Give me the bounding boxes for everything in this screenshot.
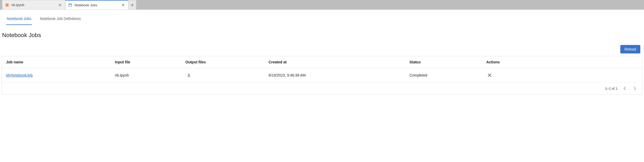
reload-button[interactable]: Reload [620,45,640,53]
cell-created-at: 6/19/2023, 9:46:38 AM [264,68,405,83]
cell-status: Completed [405,68,482,83]
table-row: MyNotebookJob nb.ipynb 6/19/2023, 9:46:3… [2,68,642,83]
app-tab-nb-ipynb[interactable]: nb.ipynb [2,0,65,9]
prev-page-button[interactable] [622,86,627,91]
tab-notebook-jobs[interactable]: Notebook Jobs [6,15,32,25]
close-icon[interactable] [58,3,62,7]
jobs-table: Job name Input file Output files Created… [2,56,642,83]
delete-icon[interactable] [486,72,493,79]
col-header-status: Status [405,56,482,68]
inner-tab-bar: Notebook Jobs Notebook Job Definitions [2,10,642,25]
svg-rect-2 [69,4,72,7]
notebook-file-icon [5,3,9,7]
job-name-link[interactable]: MyNotebookJob [6,73,33,77]
app-tab-label: Notebook Jobs [74,3,119,7]
app-tab-label: nb.ipynb [11,3,56,7]
page-title: Notebook Jobs [2,30,642,43]
jobs-table-card: Job name Input file Output files Created… [2,56,642,94]
app-tab-bar: nb.ipynb Notebook Jobs [0,0,644,9]
pagination: 1–1 of 1 [2,83,642,94]
close-icon[interactable] [121,3,125,7]
toolbar: Reload [2,43,642,56]
next-page-button[interactable] [632,86,637,91]
app-tab-notebook-jobs[interactable]: Notebook Jobs [65,0,128,9]
col-header-input-file: Input file [111,56,181,68]
calendar-icon [68,3,72,7]
col-header-actions: Actions [482,56,642,68]
tab-notebook-job-definitions[interactable]: Notebook Job Definitions [39,15,81,25]
pagination-range: 1–1 of 1 [605,87,617,90]
download-icon[interactable] [185,72,192,79]
main-panel: Notebook Jobs Notebook Job Definitions N… [0,9,644,162]
cell-input-file: nb.ipynb [111,68,181,83]
table-header-row: Job name Input file Output files Created… [2,56,642,68]
col-header-job-name: Job name [2,56,111,68]
col-header-created-at: Created at [264,56,405,68]
new-tab-button[interactable] [128,0,136,9]
col-header-output-files: Output files [181,56,264,68]
svg-rect-1 [6,4,8,6]
